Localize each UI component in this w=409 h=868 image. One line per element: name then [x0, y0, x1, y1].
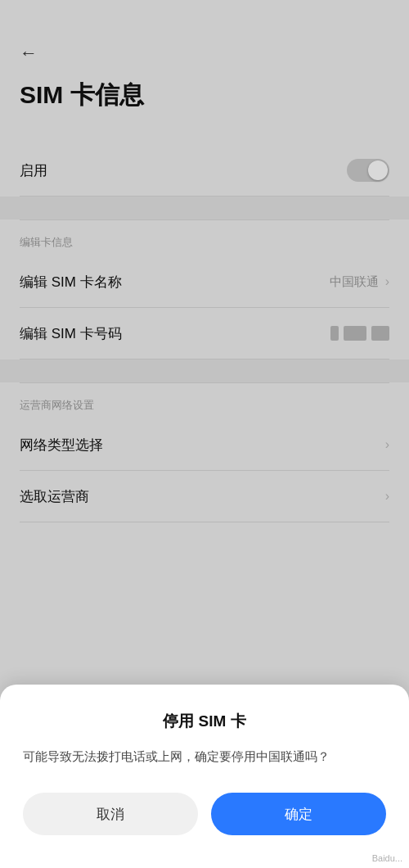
watermark: Baidu...	[372, 853, 402, 863]
cancel-button[interactable]: 取消	[23, 793, 198, 835]
settings-page: ← SIM 卡信息 启用 编辑卡信息 编辑 SIM 卡名称 中国联通 › 编辑 …	[0, 0, 409, 868]
dialog-message: 可能导致无法拨打电话或上网，确定要停用中国联通吗？	[23, 747, 386, 766]
dialog-sheet: 停用 SIM 卡 可能导致无法拨打电话或上网，确定要停用中国联通吗？ 取消 确定	[0, 685, 409, 868]
confirm-button[interactable]: 确定	[211, 793, 386, 835]
dialog-overlay: 停用 SIM 卡 可能导致无法拨打电话或上网，确定要停用中国联通吗？ 取消 确定	[0, 0, 409, 868]
dialog-buttons: 取消 确定	[23, 793, 386, 835]
dialog-title: 停用 SIM 卡	[23, 711, 386, 732]
